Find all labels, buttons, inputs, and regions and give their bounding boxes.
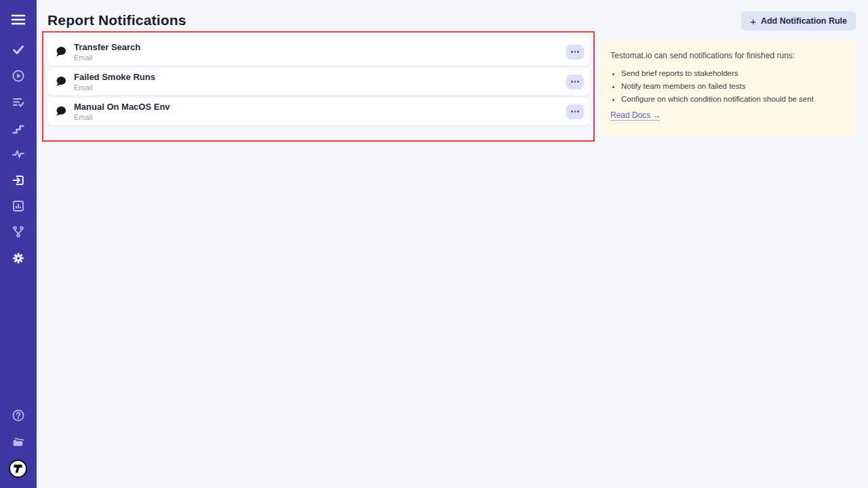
- info-intro-text: Testomat.io can send notifications for f…: [610, 51, 845, 60]
- milestones-stairs-icon[interactable]: [12, 121, 25, 135]
- rule-title: Manual On MacOS Env: [74, 102, 170, 112]
- branches-fork-icon[interactable]: [12, 225, 25, 239]
- tests-check-icon[interactable]: [12, 43, 25, 56]
- rule-title: Failed Smoke Runs: [74, 72, 155, 82]
- info-bullet: Configure on which condition notificatio…: [621, 95, 845, 103]
- sidebar: [0, 0, 37, 488]
- analytics-pulse-icon[interactable]: [12, 147, 25, 161]
- rule-channel: Email: [74, 113, 170, 122]
- chat-bubble-icon: [55, 76, 66, 87]
- logo-circle: [9, 460, 27, 478]
- row-menu-button[interactable]: [566, 104, 584, 119]
- notification-rule-row[interactable]: Transfer Search Email: [47, 38, 590, 66]
- notification-rule-row[interactable]: Manual On MacOS Env Email: [47, 98, 590, 125]
- rule-title: Transfer Search: [74, 42, 140, 52]
- hamburger-menu-icon[interactable]: [11, 14, 26, 26]
- read-docs-link[interactable]: Read Docs →: [610, 110, 661, 120]
- info-bullet-list: Send brief reports to stakeholders Notif…: [621, 69, 845, 103]
- runs-play-icon[interactable]: [12, 69, 25, 83]
- plus-icon: +: [750, 16, 756, 26]
- row-menu-button[interactable]: [566, 75, 584, 89]
- notification-rule-row[interactable]: Failed Smoke Runs Email: [47, 68, 590, 96]
- rule-channel: Email: [74, 54, 140, 62]
- add-button-label: Add Notification Rule: [761, 16, 847, 26]
- chat-bubble-icon: [55, 106, 66, 117]
- info-panel: Testomat.io can send notifications for f…: [599, 41, 856, 137]
- projects-folder-icon[interactable]: [12, 435, 25, 449]
- add-notification-rule-button[interactable]: + Add Notification Rule: [741, 12, 856, 30]
- info-bullet: Notify team members on failed tests: [621, 82, 845, 90]
- reports-bar-chart-icon[interactable]: [12, 199, 25, 213]
- info-bullet: Send brief reports to stakeholders: [621, 69, 845, 77]
- testomat-logo[interactable]: [9, 460, 27, 478]
- rule-channel: Email: [74, 83, 155, 92]
- help-icon[interactable]: [12, 409, 25, 422]
- chat-bubble-icon: [55, 46, 66, 58]
- page-title: Report Notifications: [47, 12, 186, 28]
- notification-rules-list: Transfer Search Email Failed Smoke Runs …: [47, 38, 590, 127]
- import-icon[interactable]: [12, 174, 25, 187]
- test-plans-list-icon[interactable]: [12, 96, 25, 109]
- row-menu-button[interactable]: [566, 45, 584, 60]
- settings-gear-icon[interactable]: [12, 251, 25, 265]
